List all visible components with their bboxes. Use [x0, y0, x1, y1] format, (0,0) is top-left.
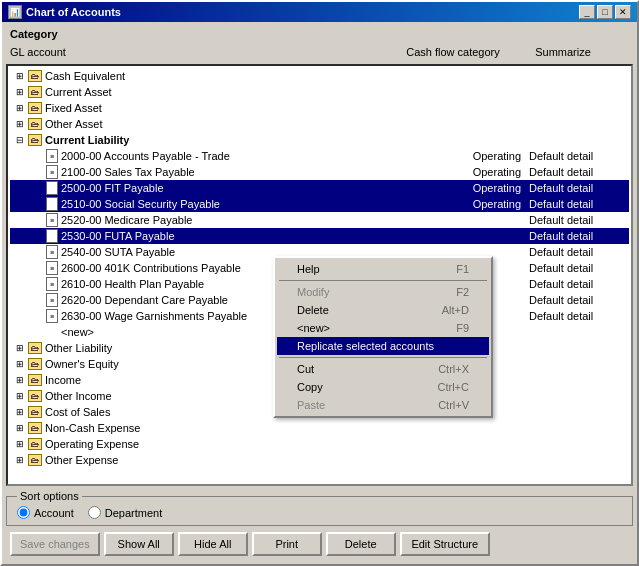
- item-label: Non-Cash Expense: [45, 422, 409, 434]
- gl-account-header: GL account: [10, 46, 393, 58]
- menu-item-copy[interactable]: Copy Ctrl+C: [277, 378, 489, 396]
- account-tree-panel[interactable]: ⊞ 🗁 Cash Equivalent ⊞ 🗁 Current Asset: [6, 64, 633, 486]
- sort-account-radio[interactable]: [17, 506, 30, 519]
- tree-item-2510[interactable]: ≡ 2510-00 Social Security Payable Operat…: [10, 196, 629, 212]
- sort-account-text: Account: [34, 507, 74, 519]
- tree-item-2100[interactable]: ≡ 2100-00 Sales Tax Payable Operating De…: [10, 164, 629, 180]
- summarize-header: Summarize: [513, 46, 613, 58]
- minimize-button[interactable]: _: [579, 5, 595, 19]
- document-icon: ≡: [46, 277, 58, 291]
- folder-icon: 🗁: [28, 86, 42, 98]
- sort-department-label[interactable]: Department: [88, 506, 162, 519]
- menu-shortcut: Ctrl+V: [438, 399, 469, 411]
- document-icon: ≡: [46, 229, 58, 243]
- context-menu: Help F1 Modify F2 Delete Alt+D <new> F9: [273, 256, 493, 418]
- item-summarize: Default detail: [529, 198, 629, 210]
- tree-item-fixed-asset[interactable]: ⊞ 🗁 Fixed Asset: [10, 100, 629, 116]
- expand-icon[interactable]: ⊞: [12, 68, 28, 84]
- expand-icon[interactable]: ⊞: [12, 84, 28, 100]
- tree-item-non-cash-expense[interactable]: ⊞ 🗁 Non-Cash Expense: [10, 420, 629, 436]
- folder-icon: 🗁: [28, 406, 42, 418]
- menu-item-paste: Paste Ctrl+V: [277, 396, 489, 414]
- folder-icon: 🗁: [28, 134, 42, 146]
- document-icon: ≡: [46, 261, 58, 275]
- expand-icon[interactable]: ⊞: [12, 420, 28, 436]
- chart-of-accounts-window: 📊 Chart of Accounts _ □ ✕ Category GL ac…: [0, 0, 639, 566]
- item-label: Other Expense: [45, 454, 409, 466]
- menu-item-label: Modify: [297, 286, 329, 298]
- item-label: 2530-00 FUTA Payable: [61, 230, 409, 242]
- expand-icon[interactable]: ⊞: [12, 116, 28, 132]
- menu-item-delete[interactable]: Delete Alt+D: [277, 301, 489, 319]
- print-button[interactable]: Print: [252, 532, 322, 556]
- delete-button[interactable]: Delete: [326, 532, 396, 556]
- item-label: Current Asset: [45, 86, 409, 98]
- sort-department-radio[interactable]: [88, 506, 101, 519]
- menu-item-label: Paste: [297, 399, 325, 411]
- window-title: Chart of Accounts: [26, 6, 121, 18]
- sort-options-legend: Sort options: [17, 490, 82, 502]
- maximize-button[interactable]: □: [597, 5, 613, 19]
- tree-item-2000[interactable]: ≡ 2000-00 Accounts Payable - Trade Opera…: [10, 148, 629, 164]
- menu-shortcut: F2: [456, 286, 469, 298]
- folder-icon: 🗁: [28, 438, 42, 450]
- sort-options-group: Sort options Account Department: [6, 490, 633, 526]
- save-changes-button[interactable]: Save changes: [10, 532, 100, 556]
- category-header: Category: [10, 28, 58, 40]
- tree-item-2530[interactable]: ≡ 2530-00 FUTA Payable Default detail: [10, 228, 629, 244]
- tree-item-current-asset[interactable]: ⊞ 🗁 Current Asset: [10, 84, 629, 100]
- item-summarize: Default detail: [529, 214, 629, 226]
- hide-all-button[interactable]: Hide All: [178, 532, 248, 556]
- folder-icon: 🗁: [28, 358, 42, 370]
- menu-item-help[interactable]: Help F1: [277, 260, 489, 278]
- close-button[interactable]: ✕: [615, 5, 631, 19]
- bottom-buttons: Save changes Show All Hide All Print Del…: [6, 530, 633, 560]
- spacer: [28, 228, 44, 244]
- expand-icon[interactable]: ⊞: [12, 388, 28, 404]
- menu-item-label: Cut: [297, 363, 314, 375]
- spacer: [28, 164, 44, 180]
- document-icon: ≡: [46, 213, 58, 227]
- item-label: Current Liability: [45, 134, 409, 146]
- spacer: [28, 260, 44, 276]
- expand-icon[interactable]: ⊞: [12, 356, 28, 372]
- show-all-button[interactable]: Show All: [104, 532, 174, 556]
- document-icon: ≡: [46, 149, 58, 163]
- edit-structure-button[interactable]: Edit Structure: [400, 532, 490, 556]
- document-icon: ≡: [46, 181, 58, 195]
- expand-icon[interactable]: ⊞: [12, 436, 28, 452]
- spacer: [28, 276, 44, 292]
- title-bar: 📊 Chart of Accounts _ □ ✕: [2, 2, 637, 22]
- tree-item-2500[interactable]: ≡ 2500-00 FIT Payable Operating Default …: [10, 180, 629, 196]
- item-label: Other Asset: [45, 118, 409, 130]
- sort-account-label[interactable]: Account: [17, 506, 74, 519]
- menu-item-replicate[interactable]: Replicate selected accounts: [277, 337, 489, 355]
- expand-icon[interactable]: ⊞: [12, 340, 28, 356]
- item-summarize: Default detail: [529, 150, 629, 162]
- item-summarize: Default detail: [529, 262, 629, 274]
- expand-icon[interactable]: ⊟: [12, 132, 28, 148]
- menu-separator-2: [279, 357, 487, 358]
- menu-shortcut: F1: [456, 263, 469, 275]
- tree-item-2520[interactable]: ≡ 2520-00 Medicare Payable Default detai…: [10, 212, 629, 228]
- folder-icon: 🗁: [28, 422, 42, 434]
- spacer: [28, 148, 44, 164]
- tree-item-current-liability[interactable]: ⊟ 🗁 Current Liability: [10, 132, 629, 148]
- tree-item-other-asset[interactable]: ⊞ 🗁 Other Asset: [10, 116, 629, 132]
- menu-item-cut[interactable]: Cut Ctrl+X: [277, 360, 489, 378]
- tree-item-operating-expense[interactable]: ⊞ 🗁 Operating Expense: [10, 436, 629, 452]
- expand-icon[interactable]: ⊞: [12, 372, 28, 388]
- expand-icon[interactable]: ⊞: [12, 404, 28, 420]
- menu-item-new[interactable]: <new> F9: [277, 319, 489, 337]
- folder-icon: 🗁: [28, 118, 42, 130]
- expand-icon[interactable]: ⊞: [12, 452, 28, 468]
- tree-item-cash-equivalent[interactable]: ⊞ 🗁 Cash Equivalent: [10, 68, 629, 84]
- menu-separator-1: [279, 280, 487, 281]
- item-cashflow: Operating: [409, 198, 529, 210]
- expand-icon[interactable]: ⊞: [12, 100, 28, 116]
- item-cashflow: Operating: [409, 150, 529, 162]
- tree-item-other-expense[interactable]: ⊞ 🗁 Other Expense: [10, 452, 629, 468]
- menu-shortcut: F9: [456, 322, 469, 334]
- spacer: [28, 196, 44, 212]
- spacer: [28, 244, 44, 260]
